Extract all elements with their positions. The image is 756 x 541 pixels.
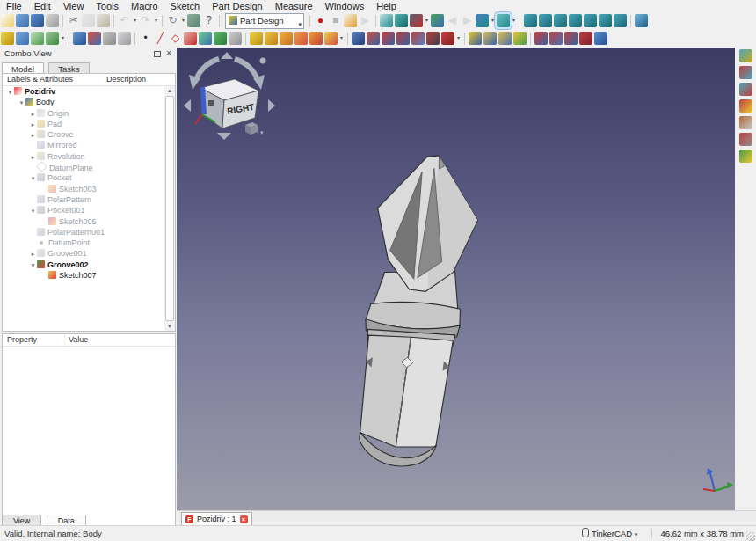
draw-style-icon[interactable] [410, 14, 423, 27]
expander-icon[interactable]: ▾ [29, 260, 37, 271]
menu-file[interactable]: File [0, 0, 28, 12]
tree-item-pad[interactable]: ▸Pad [3, 119, 164, 129]
menu-tools[interactable]: Tools [90, 0, 125, 12]
3d-viewport[interactable]: RIGHT ▾ [177, 48, 735, 510]
view-front-icon[interactable] [539, 14, 552, 27]
multi-transform-icon[interactable] [513, 32, 527, 45]
scroll-down-icon[interactable]: ▼ [164, 322, 175, 331]
tree-scrollbar[interactable]: ▲ ▼ [164, 86, 175, 331]
refresh-dropdown-icon[interactable]: ▾ [180, 12, 186, 29]
boolean-operation-icon[interactable] [594, 32, 607, 45]
pocket-icon[interactable] [352, 32, 365, 45]
section-view-icon[interactable] [739, 150, 752, 163]
draw-style-dropdown-icon[interactable]: ▾ [424, 12, 430, 29]
tree-item-sketch007[interactable]: Sketch007 [3, 270, 164, 281]
datum-point-icon[interactable]: • [139, 32, 152, 45]
refresh-icon[interactable]: ↻ [166, 14, 179, 27]
view-right-icon[interactable] [569, 14, 582, 27]
redo-dropdown-icon[interactable]: ▾ [153, 12, 159, 29]
subtractive-primitive-icon[interactable] [441, 32, 454, 45]
view-axonometric-icon[interactable] [524, 14, 537, 27]
reorient-sketch-icon[interactable] [118, 32, 131, 45]
zoom-selection-icon[interactable] [497, 14, 510, 27]
sub-shape-binder-icon[interactable] [214, 32, 227, 45]
view-left-icon[interactable] [614, 14, 627, 27]
tree-item-groove002[interactable]: ▾Groove002 [3, 260, 164, 270]
print-icon[interactable] [46, 14, 59, 27]
nav-back-icon[interactable]: ◀ [446, 14, 459, 27]
tree-item-datumpoint[interactable]: DatumPoint [3, 238, 164, 248]
revolution-icon[interactable] [265, 32, 278, 45]
expander-icon[interactable]: ▾ [18, 98, 25, 108]
texture-view-icon[interactable] [431, 14, 444, 27]
link-navigate-dropdown-icon[interactable]: ▾ [490, 12, 496, 29]
export-part-dropdown-icon[interactable]: ▾ [60, 30, 66, 47]
tree-item-pozidriv[interactable]: ▾Pozidriv [3, 86, 164, 97]
tree-item-pocket001[interactable]: ▾Pocket001 [3, 205, 164, 216]
undo-dropdown-icon[interactable]: ▾ [132, 12, 138, 29]
menu-part-design[interactable]: Part Design [206, 0, 268, 12]
expander-icon[interactable]: ▸ [29, 249, 37, 260]
map-sketch-icon[interactable] [103, 32, 116, 45]
additive-pipe-icon[interactable] [294, 32, 308, 45]
measure-icon[interactable] [635, 14, 648, 27]
tree-item-origin[interactable]: ▸Origin [3, 108, 164, 119]
tree-item-sketch003[interactable]: Sketch003 [3, 184, 164, 194]
expander-icon[interactable]: ▾ [6, 87, 14, 98]
tree-item-sketch005[interactable]: Sketch005 [3, 216, 164, 227]
sync-selection-icon[interactable] [187, 14, 200, 27]
subtractive-helix-icon[interactable] [426, 32, 440, 45]
clip-plane-x-icon[interactable] [739, 49, 752, 62]
whats-this-icon[interactable]: ? [202, 14, 215, 27]
menu-windows[interactable]: Windows [319, 0, 371, 12]
tree-item-body[interactable]: ▾Body [3, 97, 164, 107]
export-part-icon[interactable] [46, 32, 59, 45]
redo-icon[interactable]: ↷ [139, 14, 152, 27]
subtractive-loft-icon[interactable] [396, 32, 410, 45]
zoom-icon[interactable] [395, 14, 408, 27]
tree-item-revolution[interactable]: ▸Revolution [3, 151, 164, 162]
toggle-clipping-icon[interactable] [739, 133, 752, 146]
macro-play-icon[interactable]: ▶ [359, 14, 372, 27]
tree-item-mirrored[interactable]: Mirrored [3, 140, 164, 150]
additive-primitive-icon[interactable] [324, 32, 338, 45]
save-file-icon[interactable] [31, 14, 44, 27]
datum-plane-tool-icon[interactable]: ◇ [169, 32, 182, 45]
new-file-icon[interactable] [1, 14, 14, 27]
view-bottom-icon[interactable] [599, 14, 612, 27]
nav-forward-icon[interactable]: ▶ [461, 14, 474, 27]
expander-icon[interactable]: ▾ [29, 173, 37, 184]
import-part-icon[interactable] [31, 32, 44, 45]
close-panel-icon[interactable]: ✕ [164, 48, 174, 59]
tree-item-groove[interactable]: ▸Groove [3, 129, 164, 140]
clone-icon[interactable] [229, 32, 242, 45]
link-navigate-icon[interactable] [476, 14, 489, 27]
tree-item-polarpattern001[interactable]: PolarPattern001 [3, 227, 164, 238]
open-file-icon[interactable] [16, 14, 29, 27]
combo-view-titlebar[interactable]: Combo View ✕ [0, 48, 177, 60]
thickness-icon[interactable] [579, 32, 592, 45]
scroll-up-icon[interactable]: ▲ [164, 86, 175, 95]
tree-item-datumplane[interactable]: DatumPlane [3, 162, 164, 172]
scroll-thumb[interactable] [165, 96, 174, 321]
resize-grip[interactable] [746, 532, 755, 541]
zoom-selection-dropdown-icon[interactable]: ▾ [511, 12, 517, 29]
open-folder-icon[interactable] [16, 32, 29, 45]
view-top-icon[interactable] [554, 14, 567, 27]
navigation-cube[interactable]: RIGHT ▾ [184, 52, 275, 140]
menu-view[interactable]: View [57, 0, 91, 12]
menu-help[interactable]: Help [370, 0, 403, 12]
linear-pattern-icon[interactable] [483, 32, 497, 45]
create-body-icon[interactable] [1, 32, 14, 45]
persistent-section-icon[interactable] [739, 116, 752, 129]
shape-binder-icon[interactable] [199, 32, 212, 45]
fillet-icon[interactable] [534, 32, 548, 45]
expander-icon[interactable]: ▾ [29, 206, 37, 216]
copy-icon[interactable] [82, 14, 95, 27]
chamfer-icon[interactable] [549, 32, 563, 45]
cut-icon[interactable]: ✂ [67, 14, 80, 27]
nav-mini-cube[interactable]: ▾ [245, 122, 264, 135]
tree-item-polarpattern[interactable]: PolarPattern [3, 194, 164, 205]
create-sketch-icon[interactable] [73, 32, 86, 45]
workbench-selector[interactable]: Part Design▾ [225, 13, 304, 29]
